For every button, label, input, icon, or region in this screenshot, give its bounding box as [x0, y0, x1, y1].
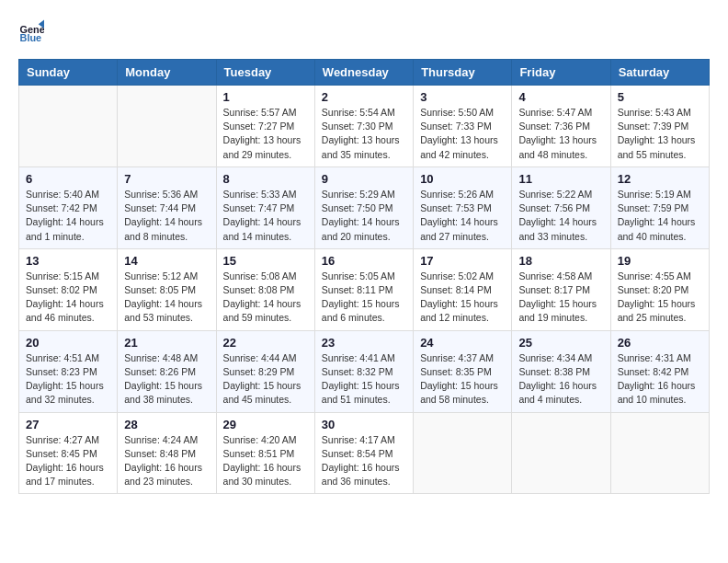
day-number: 3	[420, 90, 505, 104]
day-number: 22	[223, 336, 308, 350]
day-number: 12	[618, 172, 702, 186]
day-number: 18	[518, 254, 603, 268]
weekday-header-thursday: Thursday	[414, 60, 512, 86]
svg-text:Blue: Blue	[20, 32, 42, 43]
day-number: 25	[518, 336, 603, 350]
calendar-cell: 20Sunrise: 4:51 AMSunset: 8:23 PMDayligh…	[19, 330, 118, 412]
day-info: Sunrise: 4:17 AMSunset: 8:54 PMDaylight:…	[322, 433, 406, 489]
day-info: Sunrise: 5:29 AMSunset: 7:50 PMDaylight:…	[322, 188, 406, 244]
calendar-cell	[118, 86, 216, 167]
day-number: 28	[124, 418, 209, 431]
day-info: Sunrise: 5:43 AMSunset: 7:39 PMDaylight:…	[618, 106, 702, 162]
week-row-1: 1Sunrise: 5:57 AMSunset: 7:27 PMDaylight…	[19, 86, 710, 167]
day-info: Sunrise: 5:05 AMSunset: 8:11 PMDaylight:…	[322, 270, 406, 326]
day-info: Sunrise: 5:26 AMSunset: 7:53 PMDaylight:…	[420, 188, 505, 244]
calendar-cell: 13Sunrise: 5:15 AMSunset: 8:02 PMDayligh…	[19, 248, 118, 330]
calendar-cell: 10Sunrise: 5:26 AMSunset: 7:53 PMDayligh…	[414, 167, 512, 248]
day-number: 19	[618, 254, 702, 268]
calendar-cell: 11Sunrise: 5:22 AMSunset: 7:56 PMDayligh…	[512, 167, 610, 248]
day-number: 2	[322, 90, 406, 104]
day-info: Sunrise: 4:37 AMSunset: 8:35 PMDaylight:…	[420, 351, 505, 408]
day-number: 5	[618, 90, 702, 104]
day-info: Sunrise: 5:22 AMSunset: 7:56 PMDaylight:…	[518, 188, 603, 244]
calendar-cell: 30Sunrise: 4:17 AMSunset: 8:54 PMDayligh…	[314, 412, 413, 494]
day-info: Sunrise: 4:51 AMSunset: 8:23 PMDaylight:…	[26, 351, 110, 408]
calendar-cell: 4Sunrise: 5:47 AMSunset: 7:36 PMDaylight…	[512, 86, 610, 167]
calendar-cell: 12Sunrise: 5:19 AMSunset: 7:59 PMDayligh…	[610, 167, 709, 248]
calendar-cell: 6Sunrise: 5:40 AMSunset: 7:42 PMDaylight…	[19, 167, 118, 248]
day-info: Sunrise: 5:19 AMSunset: 7:59 PMDaylight:…	[618, 188, 702, 244]
day-info: Sunrise: 5:15 AMSunset: 8:02 PMDaylight:…	[26, 270, 110, 326]
day-number: 14	[124, 254, 209, 268]
day-number: 26	[618, 336, 702, 350]
day-info: Sunrise: 5:33 AMSunset: 7:47 PMDaylight:…	[223, 188, 308, 244]
calendar-cell: 5Sunrise: 5:43 AMSunset: 7:39 PMDaylight…	[610, 86, 709, 167]
calendar-cell: 23Sunrise: 4:41 AMSunset: 8:32 PMDayligh…	[314, 330, 413, 412]
calendar-cell: 29Sunrise: 4:20 AMSunset: 8:51 PMDayligh…	[216, 412, 314, 494]
calendar-cell: 18Sunrise: 4:58 AMSunset: 8:17 PMDayligh…	[512, 248, 610, 330]
day-number: 23	[322, 336, 406, 350]
day-number: 11	[518, 172, 603, 186]
calendar-table: SundayMondayTuesdayWednesdayThursdayFrid…	[18, 59, 710, 494]
day-info: Sunrise: 5:08 AMSunset: 8:08 PMDaylight:…	[223, 270, 308, 326]
day-info: Sunrise: 5:50 AMSunset: 7:33 PMDaylight:…	[420, 106, 505, 162]
calendar-cell: 25Sunrise: 4:34 AMSunset: 8:38 PMDayligh…	[512, 330, 610, 412]
week-row-5: 27Sunrise: 4:27 AMSunset: 8:45 PMDayligh…	[19, 412, 710, 494]
day-info: Sunrise: 5:54 AMSunset: 7:30 PMDaylight:…	[322, 106, 406, 162]
calendar-cell: 1Sunrise: 5:57 AMSunset: 7:27 PMDaylight…	[216, 86, 314, 167]
calendar-cell: 21Sunrise: 4:48 AMSunset: 8:26 PMDayligh…	[118, 330, 216, 412]
day-number: 4	[518, 90, 603, 104]
day-info: Sunrise: 4:27 AMSunset: 8:45 PMDaylight:…	[26, 433, 110, 489]
logo-icon: General Blue	[18, 18, 44, 44]
day-number: 21	[124, 336, 209, 350]
calendar-cell: 28Sunrise: 4:24 AMSunset: 8:48 PMDayligh…	[118, 412, 216, 494]
calendar-cell: 22Sunrise: 4:44 AMSunset: 8:29 PMDayligh…	[216, 330, 314, 412]
calendar-cell: 3Sunrise: 5:50 AMSunset: 7:33 PMDaylight…	[414, 86, 512, 167]
day-number: 9	[322, 172, 406, 186]
day-info: Sunrise: 5:02 AMSunset: 8:14 PMDaylight:…	[420, 270, 505, 326]
day-info: Sunrise: 4:34 AMSunset: 8:38 PMDaylight:…	[518, 351, 603, 408]
day-number: 6	[26, 172, 110, 186]
day-number: 15	[223, 254, 308, 268]
calendar-cell: 9Sunrise: 5:29 AMSunset: 7:50 PMDaylight…	[314, 167, 413, 248]
day-number: 24	[420, 336, 505, 350]
day-info: Sunrise: 4:58 AMSunset: 8:17 PMDaylight:…	[518, 270, 603, 326]
calendar-cell: 7Sunrise: 5:36 AMSunset: 7:44 PMDaylight…	[118, 167, 216, 248]
weekday-header-saturday: Saturday	[610, 60, 709, 86]
calendar-cell: 26Sunrise: 4:31 AMSunset: 8:42 PMDayligh…	[610, 330, 709, 412]
calendar-cell: 14Sunrise: 5:12 AMSunset: 8:05 PMDayligh…	[118, 248, 216, 330]
day-info: Sunrise: 5:36 AMSunset: 7:44 PMDaylight:…	[124, 188, 209, 244]
calendar-cell: 27Sunrise: 4:27 AMSunset: 8:45 PMDayligh…	[19, 412, 118, 494]
day-info: Sunrise: 4:44 AMSunset: 8:29 PMDaylight:…	[223, 351, 308, 408]
day-number: 13	[26, 254, 110, 268]
day-number: 27	[26, 418, 110, 431]
page-header: General Blue	[18, 18, 710, 44]
calendar-cell: 19Sunrise: 4:55 AMSunset: 8:20 PMDayligh…	[610, 248, 709, 330]
calendar-cell: 2Sunrise: 5:54 AMSunset: 7:30 PMDaylight…	[314, 86, 413, 167]
day-number: 1	[223, 90, 308, 104]
day-number: 29	[223, 418, 308, 431]
calendar-cell: 16Sunrise: 5:05 AMSunset: 8:11 PMDayligh…	[314, 248, 413, 330]
calendar-cell: 8Sunrise: 5:33 AMSunset: 7:47 PMDaylight…	[216, 167, 314, 248]
weekday-header-tuesday: Tuesday	[216, 60, 314, 86]
day-info: Sunrise: 4:41 AMSunset: 8:32 PMDaylight:…	[322, 351, 406, 408]
day-info: Sunrise: 5:47 AMSunset: 7:36 PMDaylight:…	[518, 106, 603, 162]
weekday-header-monday: Monday	[118, 60, 216, 86]
calendar-cell: 17Sunrise: 5:02 AMSunset: 8:14 PMDayligh…	[414, 248, 512, 330]
day-info: Sunrise: 4:20 AMSunset: 8:51 PMDaylight:…	[223, 433, 308, 489]
calendar-cell	[414, 412, 512, 494]
weekday-header-wednesday: Wednesday	[314, 60, 413, 86]
day-number: 30	[322, 418, 406, 431]
weekday-header-friday: Friday	[512, 60, 610, 86]
week-row-2: 6Sunrise: 5:40 AMSunset: 7:42 PMDaylight…	[19, 167, 710, 248]
calendar-cell	[610, 412, 709, 494]
weekday-header-row: SundayMondayTuesdayWednesdayThursdayFrid…	[19, 60, 710, 86]
calendar-cell	[512, 412, 610, 494]
calendar-cell: 24Sunrise: 4:37 AMSunset: 8:35 PMDayligh…	[414, 330, 512, 412]
day-info: Sunrise: 4:31 AMSunset: 8:42 PMDaylight:…	[618, 351, 702, 408]
day-info: Sunrise: 5:57 AMSunset: 7:27 PMDaylight:…	[223, 106, 308, 162]
day-number: 17	[420, 254, 505, 268]
day-number: 10	[420, 172, 505, 186]
weekday-header-sunday: Sunday	[19, 60, 118, 86]
logo: General Blue	[18, 18, 48, 44]
